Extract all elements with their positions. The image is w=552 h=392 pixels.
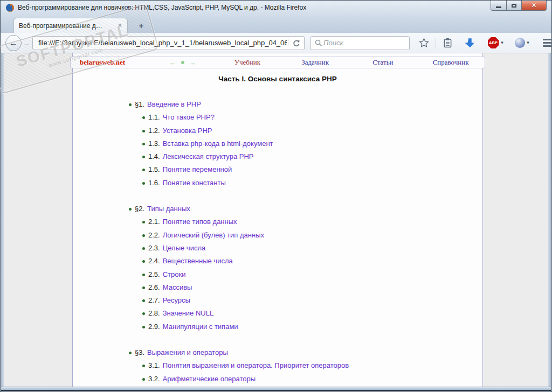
- toolbar-separator: [436, 38, 436, 48]
- toc-item: 2.2.Логический (булев) тип данных: [73, 229, 482, 242]
- toc-link[interactable]: Понятия выражения и оператора. Приоритет…: [163, 361, 349, 369]
- toc-item: 1.1.Что такое PHP?: [73, 111, 482, 124]
- toc-section-1: §1.Введение в PHP1.1.Что такое PHP?1.2.У…: [73, 98, 482, 190]
- bullet-icon: [142, 326, 145, 328]
- toc-link[interactable]: Манипуляции с типами: [163, 323, 238, 331]
- site-nav-link-0[interactable]: Учебник: [213, 58, 281, 67]
- up-page-icon[interactable]: [181, 61, 184, 64]
- back-button[interactable]: ←: [5, 35, 22, 51]
- toc-item: 1.6.Понятие константы: [73, 177, 482, 190]
- toc-link[interactable]: Значение NULL: [163, 309, 214, 317]
- toc-link[interactable]: Понятие типов данных: [163, 218, 237, 226]
- toc-link[interactable]: Выражения и операторы: [147, 348, 228, 356]
- browser-viewport: belarusweb.net ← → УчебникЗадачникСтатьи…: [4, 53, 548, 387]
- toc-link[interactable]: Понятие константы: [163, 179, 226, 187]
- toc-link[interactable]: Введение в PHP: [147, 100, 201, 108]
- item-number: §1.: [135, 100, 144, 108]
- toc-link[interactable]: Установка PHP: [163, 127, 212, 135]
- bullet-icon: [142, 247, 145, 250]
- item-number: 2.5.: [148, 270, 160, 278]
- toc-section-2: §2.Типы данных2.1.Понятие типов данных2.…: [73, 202, 482, 333]
- item-number: 2.2.: [148, 231, 160, 239]
- site-nav-link-2[interactable]: Статьи: [349, 58, 417, 67]
- new-tab-button[interactable]: +: [134, 21, 148, 31]
- prev-page-icon[interactable]: ←: [169, 59, 176, 67]
- toc-section-3: §3.Выражения и операторы3.1.Понятия выра…: [73, 346, 482, 387]
- browser-tab[interactable]: Веб-программирование для ... ✕: [13, 18, 128, 33]
- bullet-icon: [129, 352, 132, 354]
- site-nav-links: УчебникЗадачникСтатьиСправочник: [213, 58, 485, 67]
- firefox-icon: [5, 3, 15, 12]
- toc-item: 3.2.Арифметические операторы: [73, 373, 482, 386]
- search-icon: [315, 39, 322, 47]
- maximize-icon: [512, 4, 516, 8]
- toc-link[interactable]: Целые числа: [163, 244, 206, 252]
- item-number: 1.4.: [148, 152, 160, 160]
- abp-icon: ABP: [488, 37, 499, 48]
- item-number: 2.4.: [148, 257, 160, 265]
- reload-button[interactable]: [288, 38, 302, 47]
- bullet-icon: [142, 312, 145, 315]
- menu-button[interactable]: [538, 35, 552, 51]
- toc-item: 2.7.Ресурсы: [73, 294, 482, 307]
- bullet-icon: [142, 274, 145, 276]
- toc-link[interactable]: Лексическая структура PHP: [163, 152, 254, 160]
- tab-close-icon[interactable]: ✕: [118, 22, 122, 29]
- titlebar[interactable]: Веб-программирование для новичков: HTML,…: [1, 1, 551, 16]
- toc-link[interactable]: Вещественные числа: [163, 257, 233, 265]
- bullet-icon: [142, 130, 145, 132]
- toc-link[interactable]: Логический (булев) тип данных: [163, 231, 264, 239]
- site-logo[interactable]: belarusweb.net: [71, 58, 151, 67]
- toc-link[interactable]: Типы данных: [147, 205, 190, 213]
- toc-link[interactable]: Арифметические операторы: [163, 375, 256, 383]
- bookmark-star-button[interactable]: [415, 35, 433, 51]
- bullet-icon: [142, 143, 145, 145]
- window-title: Веб-программирование для новичков: HTML,…: [18, 4, 306, 11]
- toc-link[interactable]: Строки: [163, 270, 186, 278]
- minimize-button[interactable]: [491, 1, 507, 11]
- abp-dropdown-icon: ▼: [500, 40, 505, 45]
- toc-link[interactable]: Что такое PHP?: [163, 113, 215, 121]
- navigation-toolbar: ← →: [1, 33, 551, 53]
- forward-button[interactable]: →: [22, 39, 31, 47]
- site-nav-link-3[interactable]: Справочник: [417, 58, 485, 67]
- extension-button[interactable]: ▼: [511, 35, 534, 51]
- toc-item: 2.3.Целые числа: [73, 242, 482, 255]
- window-border-bottom: [1, 387, 551, 391]
- url-input[interactable]: [37, 38, 288, 47]
- site-nav-link-1[interactable]: Задачник: [281, 58, 349, 67]
- downloads-button[interactable]: [459, 35, 481, 51]
- search-bar[interactable]: [310, 36, 410, 50]
- toc-section-title: §2.Типы данных: [73, 202, 482, 215]
- next-page-icon[interactable]: →: [189, 59, 196, 67]
- bookmarks-menu-button[interactable]: [439, 35, 456, 51]
- item-number: §2.: [135, 205, 144, 213]
- toc-link[interactable]: Массивы: [163, 283, 192, 291]
- minimize-icon: [496, 6, 501, 8]
- toc-item: 3.1.Понятия выражения и оператора. Приор…: [73, 359, 482, 372]
- hamburger-icon: [543, 39, 552, 47]
- toc-link[interactable]: Ресурсы: [163, 296, 190, 304]
- window-border-left: [1, 53, 4, 387]
- close-icon: ✕: [531, 2, 536, 9]
- bullet-icon: [129, 103, 132, 106]
- bullet-icon: [142, 260, 145, 263]
- bullet-icon: [142, 365, 145, 367]
- toc-item: 2.6.Массивы: [73, 281, 482, 294]
- bullet-icon: [142, 221, 145, 223]
- toc-link[interactable]: Понятие переменной: [163, 165, 232, 173]
- bullet-icon: [142, 156, 145, 158]
- close-button[interactable]: ✕: [522, 1, 547, 11]
- maximize-button[interactable]: [507, 1, 522, 11]
- toc-item: 2.8.Значение NULL: [73, 307, 482, 320]
- toc-item: 1.4.Лексическая структура PHP: [73, 150, 482, 163]
- toc: §1.Введение в PHP1.1.Что такое PHP?1.2.У…: [73, 98, 482, 387]
- search-input[interactable]: [322, 38, 405, 47]
- url-bar[interactable]: [32, 36, 305, 50]
- adblock-plus-button[interactable]: ABP ▼: [484, 35, 508, 51]
- item-number: 2.8.: [148, 309, 160, 317]
- extension-icon: [515, 38, 525, 48]
- toc-link[interactable]: Вставка php-кода в html-документ: [163, 139, 273, 148]
- item-number: 2.3.: [148, 244, 160, 252]
- item-number: 2.9.: [148, 323, 160, 331]
